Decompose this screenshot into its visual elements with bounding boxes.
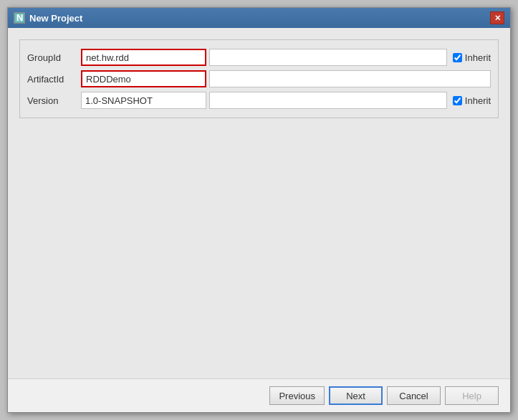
form-area: GroupId Inherit ArtifactId bbox=[19, 39, 499, 118]
window-icon: N bbox=[14, 12, 25, 24]
groupid-extra-input[interactable] bbox=[209, 49, 447, 66]
version-inherit-label: Inherit bbox=[465, 95, 491, 106]
help-button[interactable]: Help bbox=[445, 386, 499, 405]
artifactid-label: ArtifactId bbox=[27, 74, 81, 85]
close-button[interactable]: ✕ bbox=[490, 11, 504, 24]
version-input[interactable] bbox=[81, 92, 206, 109]
title-bar: N New Project ✕ bbox=[8, 8, 510, 28]
groupid-row: GroupId Inherit bbox=[27, 49, 491, 66]
content-area: GroupId Inherit ArtifactId bbox=[8, 28, 510, 378]
svg-text:N: N bbox=[16, 13, 23, 23]
version-inherit-checkbox[interactable] bbox=[453, 96, 462, 105]
version-extra-input[interactable] bbox=[209, 92, 447, 109]
version-label: Version bbox=[27, 95, 81, 106]
new-project-dialog: N New Project ✕ GroupId Inherit bbox=[7, 7, 511, 413]
groupid-inherit-checkbox[interactable] bbox=[453, 53, 462, 62]
artifactid-extra-input[interactable] bbox=[209, 70, 491, 87]
groupid-label: GroupId bbox=[27, 52, 81, 63]
bottom-bar: Previous Next Cancel Help bbox=[8, 378, 510, 412]
groupid-inherit-label: Inherit bbox=[465, 52, 491, 63]
version-row: Version Inherit bbox=[27, 92, 491, 109]
cancel-button[interactable]: Cancel bbox=[387, 386, 441, 405]
groupid-input[interactable] bbox=[81, 49, 206, 66]
artifactid-input[interactable] bbox=[81, 70, 206, 87]
next-button[interactable]: Next bbox=[329, 386, 383, 405]
window-title: New Project bbox=[29, 13, 82, 24]
previous-button[interactable]: Previous bbox=[269, 386, 325, 405]
artifactid-row: ArtifactId bbox=[27, 70, 491, 87]
